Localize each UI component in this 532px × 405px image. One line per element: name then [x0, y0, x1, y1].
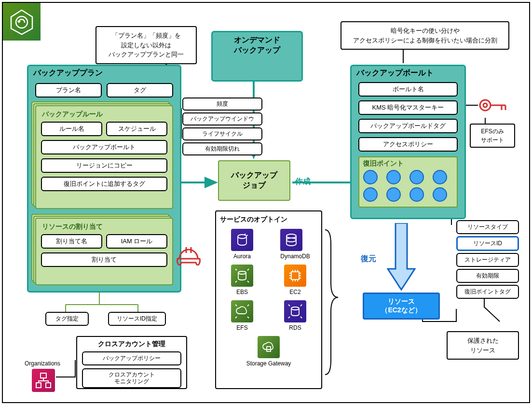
- recovery-dot-icon: [409, 170, 424, 184]
- svg-rect-13: [267, 347, 271, 351]
- attr-tier: ストレージティア: [456, 253, 519, 267]
- svc-aurora: Aurora: [231, 229, 253, 260]
- recovery-dot-icon: [386, 170, 401, 184]
- recovery-dot-icon: [363, 170, 378, 184]
- vault-title: バックアップボールト: [352, 66, 464, 80]
- recovery-title: 復旧ポイント: [363, 159, 453, 168]
- rule-tag-pill: 復旧ポイントに追加するタグ: [41, 177, 167, 191]
- backup-plan-panel: バックアッププラン プラン名 タグ バックアップルール ルール名 スケジュール …: [27, 65, 181, 293]
- ebs-icon: [231, 265, 253, 287]
- side-lifecycle: ライフサイクル: [182, 127, 262, 140]
- svg-point-10: [238, 271, 246, 274]
- attr-expire: 有効期限: [456, 269, 519, 283]
- svg-point-7: [238, 235, 246, 238]
- svg-point-2: [480, 100, 491, 111]
- restore-arrow-icon: [387, 223, 416, 293]
- ondemand-backup-panel: オンデマンド バックアップ: [211, 31, 303, 82]
- recovery-dot-icon: [433, 187, 447, 202]
- assign-title: リソースの割り当て: [41, 222, 167, 232]
- recovery-dot-icon: [386, 187, 401, 202]
- rule-side-list: 頻度 バックアップウインドウ ライフサイクル 有効期限切れ: [182, 98, 262, 155]
- side-expire: 有効期限切れ: [182, 142, 262, 155]
- backup-rule-panel: バックアップルール ルール名 スケジュール バックアップボールト リージョンにコ…: [35, 105, 173, 209]
- cross-monitor: クロスアカウント モニタリング: [82, 368, 181, 388]
- restore-label: 復元: [361, 254, 376, 264]
- recovery-point-panel: 復旧ポイント: [358, 156, 458, 208]
- dynamodb-icon: [280, 229, 302, 251]
- svg-point-12: [291, 307, 299, 310]
- rds-icon: [284, 300, 306, 322]
- svg-point-9: [286, 238, 296, 242]
- job-title: バックアップ ジョブ: [231, 170, 277, 191]
- vault-name-pill: ボールト名: [358, 82, 458, 97]
- vault-tag-pill: バックアップボールドタグ: [358, 119, 458, 133]
- svc-rds: RDS: [284, 300, 306, 331]
- vault-note-callout: 暗号化キーの使い分けや アクセスポリシーによる制御を行いたい場合に分割: [341, 21, 509, 50]
- aurora-icon: [231, 229, 253, 251]
- svc-ebs: EBS: [231, 265, 253, 295]
- create-label: 作成: [295, 177, 311, 187]
- svc-ec2: EC2: [284, 265, 306, 295]
- cross-account-panel: クロスアカウント管理 バックアップポリシー クロスアカウント モニタリング: [76, 336, 187, 389]
- rule-schedule-pill: スケジュール: [106, 122, 167, 136]
- efs-note-callout: EFSのみ サポート: [470, 124, 515, 148]
- svg-rect-5: [36, 383, 41, 388]
- svc-efs: EFS: [231, 300, 253, 331]
- protected-callout: 保護された リソース: [447, 331, 519, 360]
- org-label: Organizations: [25, 360, 60, 367]
- rule-region-pill: リージョンにコピー: [41, 158, 167, 173]
- vault-policy-pill: アクセスポリシー: [358, 137, 458, 152]
- side-freq: 頻度: [182, 98, 262, 111]
- assign-assign-pill: 割り当て: [41, 252, 167, 267]
- efs-icon: [231, 300, 253, 322]
- resource-box: リソース （EC2など）: [363, 293, 440, 320]
- recovery-dot-icon: [433, 170, 447, 184]
- organizations-icon: [32, 369, 55, 392]
- svg-rect-11: [291, 272, 299, 279]
- service-optin-panel: サービスのオプトイン Aurora DynamoDB EBS EC2 EFS R…: [215, 210, 322, 389]
- svg-rect-4: [41, 373, 46, 378]
- attr-id: リソースID: [456, 236, 519, 251]
- aws-backup-logo-icon: [3, 3, 41, 41]
- tag-spec-pill: タグ指定: [45, 312, 89, 326]
- svg-point-1: [16, 16, 27, 28]
- rule-name-pill: ルール名: [41, 122, 102, 136]
- optin-title: サービスのオプトイン: [220, 215, 317, 224]
- rule-title: バックアップルール: [41, 109, 167, 120]
- plan-tag-pill: タグ: [107, 83, 173, 98]
- svg-rect-6: [46, 383, 51, 388]
- backup-job-panel: バックアップ ジョブ: [218, 160, 290, 201]
- recovery-dot-icon: [363, 187, 378, 202]
- cross-title: クロスアカウント管理: [82, 340, 181, 349]
- side-window: バックアップウインドウ: [182, 112, 262, 126]
- vault-note-text: 暗号化キーの使い分けや アクセスポリシーによる制御を行いたい場合に分割: [353, 27, 497, 44]
- plan-note-callout: 「プラン名」「頻度」を 設定しない以外は バックアッププランと同一: [95, 26, 197, 64]
- ec2-icon: [284, 265, 306, 287]
- svg-marker-0: [11, 10, 32, 34]
- svg-point-3: [483, 103, 487, 107]
- vault-kms-pill: KMS 暗号化マスターキー: [358, 100, 458, 115]
- attr-type: リソースタイプ: [456, 220, 519, 234]
- svc-gw: Storage Gateway: [246, 336, 291, 367]
- recovery-attrs: リソースタイプ リソースID ストレージティア 有効期限 復旧ポイントタグ: [456, 220, 519, 299]
- plan-note-text: 「プラン名」「頻度」を 設定しない以外は バックアッププランと同一: [109, 32, 184, 58]
- id-spec-pill: リソースID指定: [108, 312, 166, 326]
- plan-title: バックアッププラン: [28, 66, 180, 80]
- svc-dynamo: DynamoDB: [280, 229, 310, 260]
- assign-iam-pill: IAM ロール: [106, 234, 167, 249]
- kms-key-icon: [478, 96, 507, 117]
- storage-gateway-icon: [258, 336, 280, 358]
- ondemand-title: オンデマンド バックアップ: [213, 32, 301, 57]
- resource-assign-panel: リソースの割り当て 割り当て名 IAM ロール 割り当て: [35, 218, 173, 285]
- svg-point-8: [286, 234, 296, 238]
- rule-vault-pill: バックアップボールト: [41, 140, 167, 154]
- attr-tag: 復旧ポイントタグ: [456, 285, 519, 299]
- plan-name-pill: プラン名: [35, 83, 102, 98]
- recovery-dot-icon: [409, 187, 424, 202]
- assign-name-pill: 割り当て名: [41, 234, 102, 249]
- iam-role-icon: [176, 244, 202, 267]
- backup-vault-panel: バックアップボールト ボールト名 KMS 暗号化マスターキー バックアップボール…: [350, 65, 466, 219]
- cross-policy: バックアップポリシー: [82, 351, 181, 365]
